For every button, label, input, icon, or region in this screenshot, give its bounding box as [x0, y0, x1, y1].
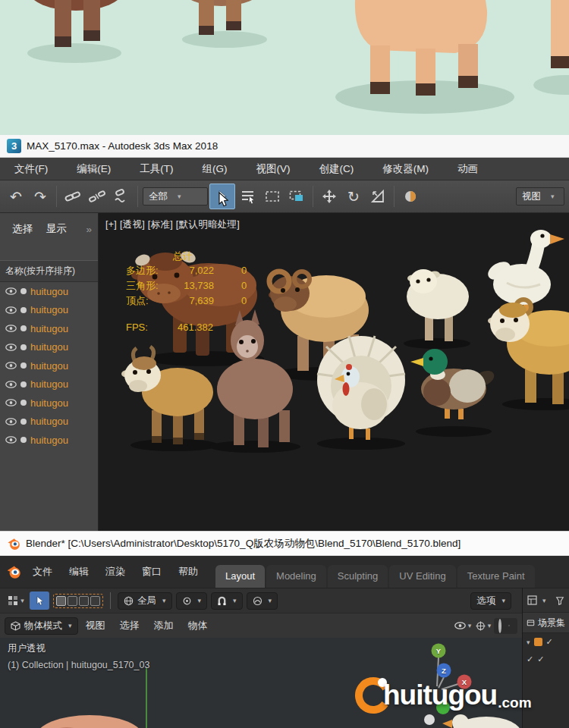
crossing-selection-icon[interactable] [285, 184, 308, 209]
eye-icon[interactable] [5, 399, 17, 406]
menu-add[interactable]: 添加 [147, 619, 181, 632]
list-item[interactable]: huitugou [0, 413, 98, 431]
blender-viewport[interactable]: Y Z X 用户透视 (1) Collection | huitugou_517… [0, 638, 522, 728]
select-mode-intersect-icon[interactable] [90, 596, 100, 606]
proportional-editing-dropdown[interactable]: ▾ [247, 592, 278, 610]
gizmos-dropdown-icon[interactable]: ▾ [473, 617, 493, 635]
menu-edit[interactable]: 编辑(E) [62, 158, 125, 180]
list-item[interactable]: huitugou [0, 338, 98, 357]
unlink-icon[interactable] [86, 184, 108, 209]
menu-file[interactable]: 文件(F) [0, 158, 62, 180]
select-and-move-icon[interactable] [318, 184, 341, 209]
mode-dropdown[interactable]: 物体模式 ▾ [5, 617, 78, 635]
viewport-label[interactable]: [+] [透视] [标准] [默认明暗处理] [105, 218, 240, 231]
eye-icon[interactable] [5, 362, 17, 369]
max-viewport[interactable]: [+] [透视] [标准] [默认明暗处理] 总计 多边形: 7,022 0 三… [99, 213, 569, 531]
menu-views[interactable]: 视图(V) [242, 158, 305, 180]
sort-by-name-header[interactable]: 名称(按升序排序) [0, 260, 98, 282]
menu-help[interactable]: 帮助 [170, 565, 206, 579]
active-tool-box-select-button[interactable] [30, 592, 49, 610]
list-item[interactable]: huitugou [0, 394, 98, 413]
menu-edit[interactable]: 编辑 [61, 565, 97, 579]
select-and-rotate-icon[interactable]: ↻ [342, 184, 365, 209]
list-item[interactable]: huitugou [0, 431, 98, 450]
viewport-statistics: 总计 多边形: 7,022 0 三角形: 13,738 0 顶点: 7,639 … [126, 251, 247, 337]
eye-icon[interactable] [5, 325, 17, 332]
tab-select[interactable]: 选择 [6, 221, 39, 237]
menu-animation[interactable]: 动画 [443, 158, 492, 180]
menu-render[interactable]: 渲染 [97, 565, 134, 579]
select-by-name-icon[interactable] [237, 184, 259, 209]
tool-dropdown-icon[interactable]: ▾ [6, 592, 26, 610]
axis-x-handle[interactable]: X [462, 678, 467, 686]
menu-modifiers[interactable]: 修改器(M) [368, 158, 443, 180]
workspace-tab-layout[interactable]: Layout [215, 565, 265, 588]
list-item[interactable]: huitugou [0, 301, 98, 320]
eye-icon[interactable] [5, 418, 17, 425]
bind-space-warp-icon[interactable] [110, 184, 133, 209]
transform-orientation-dropdown[interactable]: 全局 ▾ [118, 592, 172, 610]
panel-overflow-icon[interactable]: » [86, 224, 92, 235]
menu-view[interactable]: 视图 [79, 619, 112, 632]
collection-row[interactable]: ▾ ✓ [523, 633, 569, 651]
visibility-dropdown-icon[interactable]: ▾ [453, 617, 473, 635]
checkbox-checked-icon[interactable]: ✓ [537, 654, 544, 664]
menu-tools[interactable]: 工具(T) [125, 158, 187, 180]
workspace-tab-texture-paint[interactable]: Texture Paint [457, 565, 535, 588]
workspace-tab-modeling[interactable]: Modeling [266, 565, 326, 588]
snap-toggle-icon[interactable] [399, 184, 422, 209]
list-item[interactable]: huitugou [0, 282, 98, 301]
eye-icon[interactable] [5, 436, 17, 444]
reference-coordinate-dropdown[interactable]: 视图▾ [516, 187, 564, 206]
object-row[interactable]: ✓ ✓ [523, 651, 569, 668]
snap-dropdown[interactable]: ▾ [211, 592, 243, 610]
workspace-tab-uv-editing[interactable]: UV Editing [389, 565, 455, 588]
select-mode-extend-icon[interactable] [68, 596, 77, 606]
list-item[interactable]: huitugou [0, 375, 98, 394]
editor-type-icon[interactable] [527, 595, 537, 605]
eye-icon[interactable] [5, 287, 17, 295]
shading-wireframe-icon[interactable] [498, 619, 501, 633]
axis-y-handle[interactable]: Y [436, 647, 441, 655]
checkbox-checked-icon[interactable]: ✓ [527, 654, 533, 664]
object-name: huitugou [30, 378, 68, 390]
workspace-tab-sculpting[interactable]: Sculpting [328, 565, 388, 588]
blender-topbar: 文件 编辑 渲染 窗口 帮助 Layout Modeling Sculpting… [0, 556, 569, 588]
eye-icon[interactable] [5, 381, 17, 388]
axis-z-handle[interactable]: Z [442, 667, 446, 675]
tab-display[interactable]: 显示 [40, 221, 73, 237]
blender-app-icon [7, 537, 20, 551]
object-dot-icon [20, 344, 27, 350]
select-object-button[interactable] [209, 184, 235, 209]
menu-object[interactable]: 物体 [181, 619, 215, 632]
globe-icon [124, 596, 134, 606]
menu-select[interactable]: 选择 [113, 619, 146, 632]
select-mode-subtract-icon[interactable] [79, 596, 89, 606]
rectangular-selection-region-icon[interactable] [261, 184, 284, 209]
redo-icon[interactable]: ↷ [29, 184, 52, 209]
undo-icon[interactable]: ↶ [5, 184, 27, 209]
menu-group[interactable]: 组(G) [188, 158, 242, 180]
select-and-scale-icon[interactable] [366, 184, 389, 209]
scene-collection-row[interactable]: 场景集 [523, 612, 569, 633]
checkbox-checked-icon[interactable]: ✓ [546, 637, 553, 647]
eye-icon[interactable] [5, 306, 17, 314]
eye-icon[interactable] [5, 344, 17, 351]
list-item[interactable]: huitugou [0, 356, 98, 375]
render-preview-image [0, 0, 569, 135]
pivot-point-dropdown[interactable]: ▾ [176, 592, 208, 610]
options-dropdown[interactable]: 选项 ▾ [470, 592, 511, 610]
list-item[interactable]: huitugou [0, 319, 98, 338]
menu-create[interactable]: 创建(C) [305, 158, 369, 180]
view-perspective-label: 用户透视 [8, 642, 46, 655]
object-dot-icon [20, 419, 27, 425]
menu-file[interactable]: 文件 [24, 565, 61, 579]
select-mode-new-icon[interactable] [56, 596, 66, 606]
selection-filter-dropdown[interactable]: 全部▾ [143, 187, 208, 206]
filter-icon[interactable] [555, 596, 564, 605]
expand-caret-icon[interactable]: ▾ [527, 639, 530, 646]
menu-window[interactable]: 窗口 [134, 565, 170, 579]
blender-logo-icon[interactable] [6, 564, 21, 579]
screenshot-root: 3 MAX_5170.max - Autodesk 3ds Max 2018 文… [0, 0, 569, 728]
select-link-icon[interactable] [61, 184, 84, 209]
